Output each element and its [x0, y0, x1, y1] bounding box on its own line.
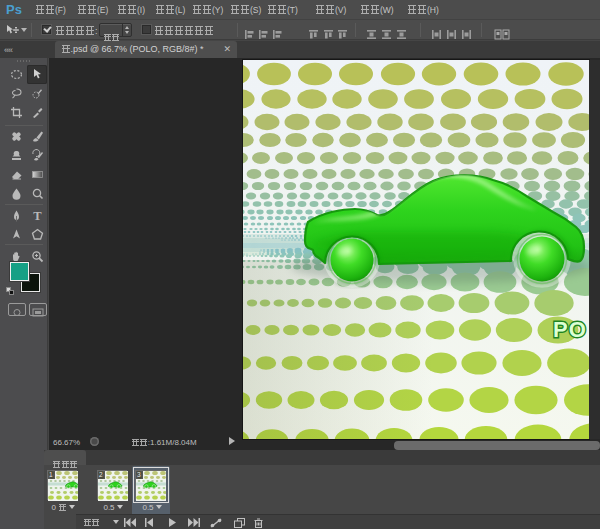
svg-text:T: T	[33, 209, 42, 222]
svg-text:PO: PO	[553, 317, 587, 342]
